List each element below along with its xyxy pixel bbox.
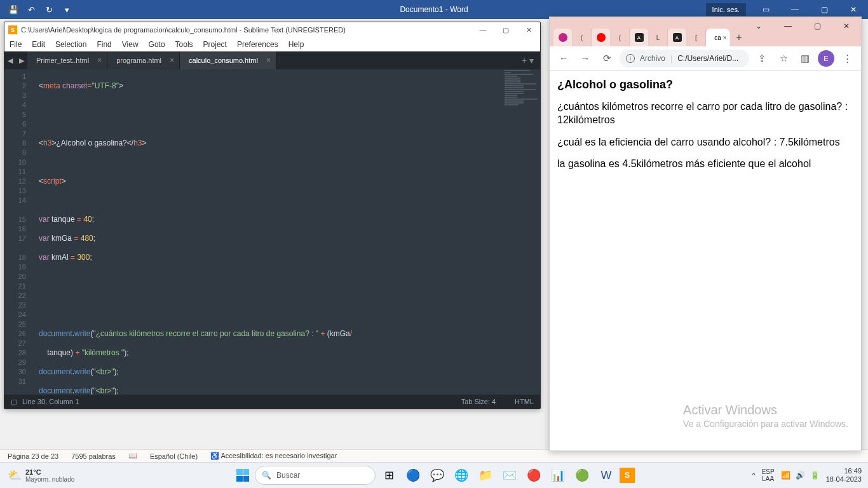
output-line-3: la gasolina es 4.5kilómetros más eficien… [557,158,853,171]
page-content: ¿Alcohol o gasolina? ¿cuántos kilómetros… [550,71,861,187]
tab-close-icon[interactable]: × [97,56,102,65]
chrome-titlebar: ⌄ — ▢ ✕ [550,17,861,25]
menu-file[interactable]: File [10,40,22,49]
menu-selection[interactable]: Selection [55,40,86,49]
tab-prev-icon[interactable]: ◀ [4,57,16,65]
accessibility-status[interactable]: ♿ Accesibilidad: es necesario investigar [210,452,337,460]
app-icon-1[interactable]: 📊 [547,464,569,486]
syntax-mode[interactable]: HTML [515,398,534,405]
windows-watermark: Activar Windows Ve a Configuración para … [683,403,848,429]
forward-icon[interactable]: → [576,50,594,67]
task-view-icon[interactable]: ⊞ [378,464,400,486]
chr-close-icon[interactable]: ✕ [832,17,861,35]
tab-pinned-1[interactable] [553,29,573,46]
sidebar-toggle-icon[interactable]: ▢ [11,398,17,406]
tab-programa[interactable]: programa.html× [107,51,180,69]
menu-view[interactable]: View [122,40,139,49]
tab-pinned-3[interactable]: A [630,29,649,46]
qat-dropdown-icon[interactable]: ▾ [60,3,74,17]
word-statusbar: Página 23 de 23 7595 palabras 📖 Español … [0,449,868,462]
menu-project[interactable]: Project [203,40,227,49]
tab-close-icon[interactable]: × [266,56,271,65]
chr-dropdown-icon[interactable]: ⌄ [744,17,773,35]
chrome-taskbar-icon[interactable]: 🔴 [523,464,545,486]
tray-chevron-icon[interactable]: ^ [752,471,756,479]
sublime-taskbar-icon[interactable]: S [620,468,635,483]
weather-widget[interactable]: ⛅ 21°C Mayorm. nublado [0,468,74,483]
undo-icon[interactable]: ↶ [24,3,38,17]
chr-minimize-icon[interactable]: — [773,17,803,35]
word-count[interactable]: 7595 palabras [71,452,116,460]
output-line-2: ¿cuál es la eficiencia del carro usando … [557,136,853,149]
taskbar: ⛅ 21°C Mayorm. nublado 🔍Buscar ⊞ 🔵 💬 🌐 📁… [0,462,868,488]
cursor-position[interactable]: Line 30, Column 1 [22,398,79,405]
sublime-statusbar: ▢ Line 30, Column 1 Tab Size: 4 HTML [4,395,540,409]
sublime-app-icon: S [8,25,17,34]
editor-area[interactable]: 1234567891011121314151617181920212223242… [4,69,540,395]
site-info-icon[interactable]: i [626,54,635,63]
menu-edit[interactable]: Edit [32,40,45,49]
tab-label-l[interactable]: L [649,29,668,46]
volume-icon[interactable]: 🔊 [796,471,805,480]
tab-group-label-1[interactable]: ( [573,29,592,46]
address-bar[interactable]: i Archivo | C:/Users/Ariel/D... [620,50,749,67]
battery-icon[interactable]: 🔋 [810,471,820,480]
menu-help[interactable]: Help [288,40,304,49]
menu-find[interactable]: Find [97,40,111,49]
clock[interactable]: 16:49 18-04-2023 [826,467,862,484]
tab-label-bracket[interactable]: [ [687,29,706,46]
explorer-icon[interactable]: 📁 [475,464,496,486]
subl-minimize-icon[interactable]: — [471,22,494,37]
share-icon[interactable]: ⇪ [753,50,771,67]
chat-icon[interactable]: 💬 [426,464,448,486]
chrome-toolbar: ← → ⟳ i Archivo | C:/Users/Ariel/D... ⇪ … [550,46,861,71]
tab-next-icon[interactable]: ▶ [16,57,27,65]
page-count[interactable]: Página 23 de 23 [8,452,58,460]
start-button[interactable] [233,466,252,485]
system-tray[interactable]: 📶 🔊 🔋 [781,471,820,480]
line-gutter: 1234567891011121314151617181920212223242… [4,69,32,395]
addr-path: C:/Users/Ariel/D... [677,54,738,63]
mail-icon[interactable]: ✉️ [499,464,520,486]
save-icon[interactable]: 💾 [6,3,20,17]
spellcheck-icon[interactable]: 📖 [128,452,137,460]
tab-close-icon[interactable]: × [723,34,727,41]
subl-close-icon[interactable]: ✕ [517,22,540,37]
tab-pinned-4[interactable]: A [668,29,687,46]
sublime-titlebar: S C:\Users\Ariel\Desktop\logica de progr… [4,22,540,37]
redo-icon[interactable]: ↻ [42,3,56,17]
minimap[interactable] [502,69,540,395]
tab-close-icon[interactable]: × [170,56,174,65]
menu-icon[interactable]: ⋮ [838,50,856,67]
widgets-icon[interactable]: 🔵 [402,464,424,486]
taskbar-search[interactable]: 🔍Buscar [255,466,376,485]
word-taskbar-icon[interactable]: W [595,464,617,486]
output-line-1: ¿cuántos kilómetros recorre el carro por… [557,100,853,127]
tab-size[interactable]: Tab Size: 4 [461,398,496,405]
bookmark-icon[interactable]: ☆ [775,50,792,67]
tab-pinned-2[interactable] [592,29,611,46]
language-status[interactable]: Español (Chile) [150,452,198,460]
chrome-running-icon[interactable]: 🟢 [571,464,593,486]
back-icon[interactable]: ← [555,50,573,67]
sublime-title-text: C:\Users\Ariel\Desktop\logica de program… [21,26,346,34]
sublime-window: S C:\Users\Ariel\Desktop\logica de progr… [4,22,541,409]
edge-icon[interactable]: 🌐 [451,464,472,486]
sign-in-button[interactable]: Inic. ses. [706,3,746,16]
menu-goto[interactable]: Goto [149,40,165,49]
tab-calculo-consumo[interactable]: calculo_consumo.html× [180,51,276,69]
sidepanel-icon[interactable]: ▥ [796,50,814,67]
tab-group-label-2[interactable]: ( [611,29,630,46]
profile-avatar[interactable]: E [818,50,834,67]
tab-active[interactable]: ca× [706,29,730,46]
menu-preferences[interactable]: Preferences [237,40,278,49]
chr-maximize-icon[interactable]: ▢ [803,17,832,35]
reload-icon[interactable]: ⟳ [598,50,616,67]
wifi-icon[interactable]: 📶 [781,471,790,480]
menu-tools[interactable]: Tools [175,40,193,49]
subl-maximize-icon[interactable]: ▢ [494,22,517,37]
tab-add-icon[interactable]: + ▾ [515,55,540,65]
tab-primer-test[interactable]: Primer_test..html× [27,51,107,69]
code-content[interactable]: <meta charset="UTF-8"> <h3>¿Alcohol o ga… [32,69,540,395]
language-indicator[interactable]: ESPLAA [762,468,775,482]
